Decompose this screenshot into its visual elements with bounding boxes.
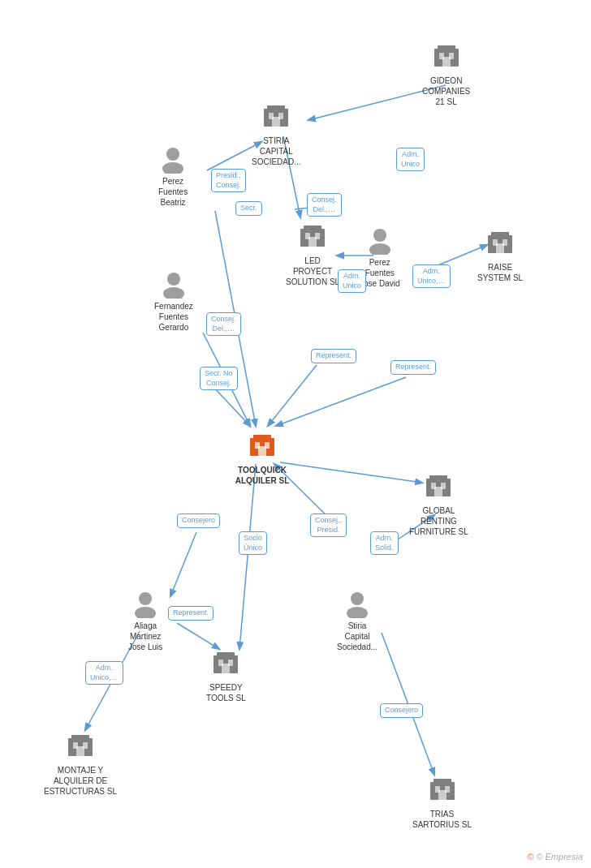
node-montaje[interactable]: MONTAJE YALQUILER DEESTRUCTURAS SL: [44, 728, 117, 797]
role-consej-del-1[interactable]: Consej.Del.,…: [307, 193, 342, 217]
raise-system-label: RAISESYSTEM SL: [477, 262, 523, 283]
svg-line-10: [280, 462, 422, 483]
montaje-label: MONTAJE YALQUILER DEESTRUCTURAS SL: [44, 765, 117, 797]
node-speedy-tools[interactable]: SPEEDYTOOLS SL: [206, 646, 246, 703]
stiria-capital-label: STIRIACAPITALSOCIEDAD...: [252, 135, 301, 167]
svg-point-67: [163, 287, 184, 299]
node-led-proyect[interactable]: LEDPROYECTSOLUTION SL: [286, 219, 339, 287]
svg-line-5: [268, 365, 317, 426]
svg-line-4: [211, 385, 250, 426]
svg-point-68: [373, 229, 386, 242]
watermark-copy: ©: [527, 852, 533, 862]
role-secr-no-consej[interactable]: Secr. NoConsej.: [200, 367, 238, 390]
svg-line-11: [239, 464, 256, 649]
role-represent-aliaga[interactable]: Represent.: [168, 606, 214, 621]
svg-point-66: [167, 273, 180, 286]
role-socio-unico[interactable]: SocioÚnico: [239, 531, 267, 555]
global-renting-icon: [421, 469, 455, 503]
trias-icon: [425, 772, 459, 806]
diagram-container: TOOLQUICK ALQUILER SL STIRIACAPITALSOCIE…: [0, 0, 591, 868]
node-gideon[interactable]: GIDEONCOMPANIES21 SL: [422, 39, 470, 107]
led-proyect-label: LEDPROYECTSOLUTION SL: [286, 256, 339, 287]
role-represent-perez[interactable]: Represent.: [390, 360, 436, 375]
svg-rect-33: [308, 237, 317, 247]
gideon-label: GIDEONCOMPANIES21 SL: [422, 75, 470, 107]
svg-rect-55: [71, 735, 89, 740]
toolquick-icon: [245, 428, 279, 462]
role-consejero-trias[interactable]: Consejero: [380, 703, 423, 718]
watermark-text: © Empresia: [536, 852, 583, 862]
svg-rect-28: [272, 117, 280, 127]
gideon-icon: [429, 39, 464, 73]
node-stiria-person[interactable]: StiriaCapitalSociedad...: [337, 589, 377, 652]
svg-point-69: [369, 243, 390, 255]
stiria-person-icon: [343, 589, 372, 618]
role-adm-solid[interactable]: Adm.Solid.: [370, 531, 399, 555]
role-presid-consej[interactable]: Presid.,Consej.: [211, 169, 246, 192]
svg-rect-40: [491, 232, 509, 237]
fernandez-icon: [159, 269, 188, 299]
svg-rect-58: [76, 746, 84, 756]
svg-point-70: [139, 592, 152, 605]
svg-rect-63: [438, 790, 446, 800]
svg-point-65: [162, 162, 183, 174]
fernandez-label: FernandezFuentesGerardo: [154, 301, 193, 333]
stiria-person-label: StiriaCapitalSociedad...: [337, 621, 377, 652]
trias-label: TRIASSARTORIUS SL: [412, 809, 472, 830]
node-raise-system[interactable]: RAISESYSTEM SL: [477, 226, 523, 283]
role-secr[interactable]: Secr.: [235, 201, 262, 216]
aliaga-label: AliagaMartinezJose Luis: [128, 621, 162, 652]
role-consej-del-2[interactable]: Consej.Del.,…: [206, 312, 241, 336]
aliaga-icon: [131, 589, 160, 618]
role-adm-unico-raise[interactable]: Adm.Unico,…: [412, 264, 451, 288]
role-consejero-aliaga[interactable]: Consejero: [177, 513, 220, 528]
perez-jose-icon: [365, 226, 395, 255]
svg-rect-25: [267, 105, 285, 110]
node-global-renting[interactable]: GLOBALRENTINGFURNITURE SL: [409, 469, 468, 537]
svg-rect-23: [258, 446, 266, 456]
toolquick-label: TOOLQUICK ALQUILER SL: [226, 465, 299, 486]
svg-point-71: [135, 607, 156, 618]
svg-rect-30: [304, 226, 321, 230]
svg-rect-43: [496, 243, 504, 253]
svg-point-73: [347, 607, 368, 618]
svg-line-16: [170, 532, 196, 596]
node-stiria-capital[interactable]: STIRIACAPITALSOCIEDAD...: [252, 99, 301, 167]
role-adm-unico-led[interactable]: Adm.Unico: [338, 269, 366, 293]
svg-rect-45: [429, 475, 447, 480]
role-represent-led[interactable]: Represent.: [311, 349, 356, 363]
role-consej-presid[interactable]: Consej.,Presid.: [310, 513, 347, 537]
led-proyect-icon: [296, 219, 330, 253]
svg-rect-60: [434, 779, 451, 784]
svg-point-72: [351, 592, 364, 605]
svg-rect-20: [253, 435, 271, 440]
svg-rect-50: [217, 652, 235, 657]
stiria-capital-icon: [259, 99, 293, 133]
svg-point-64: [166, 148, 179, 161]
svg-rect-38: [442, 57, 451, 67]
node-perez-beatriz[interactable]: PerezFuentesBeatriz: [158, 144, 188, 208]
svg-rect-53: [222, 664, 230, 673]
role-adm-unico-gideon[interactable]: Adm.Unico: [396, 148, 425, 171]
speedy-tools-icon: [209, 646, 243, 680]
node-fernandez[interactable]: FernandezFuentesGerardo: [154, 269, 193, 333]
perez-beatriz-icon: [158, 144, 188, 174]
speedy-tools-label: SPEEDYTOOLS SL: [206, 682, 246, 703]
raise-system-icon: [483, 226, 517, 260]
montaje-icon: [63, 728, 97, 763]
svg-rect-48: [434, 487, 442, 496]
role-adm-unico-montaje[interactable]: Adm.Unico,…: [85, 661, 123, 685]
svg-line-6: [276, 377, 406, 426]
node-toolquick[interactable]: TOOLQUICK ALQUILER SL: [226, 428, 299, 486]
svg-rect-35: [438, 45, 455, 50]
perez-beatriz-label: PerezFuentesBeatriz: [158, 176, 188, 208]
node-aliaga[interactable]: AliagaMartinezJose Luis: [128, 589, 162, 652]
global-renting-label: GLOBALRENTINGFURNITURE SL: [409, 505, 468, 537]
node-trias[interactable]: TRIASSARTORIUS SL: [412, 772, 472, 830]
watermark: © © Empresia: [527, 852, 583, 862]
